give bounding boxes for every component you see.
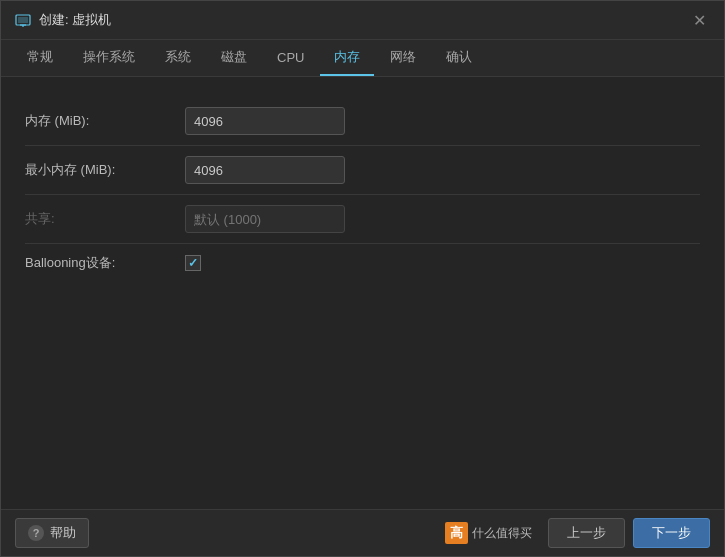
ballooning-checkbox[interactable]: [185, 255, 201, 271]
tab-os[interactable]: 操作系统: [69, 40, 149, 76]
tab-general[interactable]: 常规: [13, 40, 67, 76]
dialog: 创建: 虚拟机 ✕ 常规 操作系统 系统 磁盘 CPU 内存 网络 确认 内存 …: [0, 0, 725, 557]
min-memory-label: 最小内存 (MiB):: [25, 161, 185, 179]
min-memory-input[interactable]: [186, 163, 345, 178]
back-button[interactable]: 上一步: [548, 518, 625, 548]
tab-confirm[interactable]: 确认: [432, 40, 486, 76]
tab-memory[interactable]: 内存: [320, 40, 374, 76]
footer: ? 帮助 高 什么值得买 上一步 下一步: [1, 509, 724, 556]
min-memory-spinbox[interactable]: ▲ ▼: [185, 156, 345, 184]
shared-row: 共享: ▲ ▼ 默认 (1000): [25, 195, 700, 244]
ballooning-row: Ballooning设备:: [25, 244, 700, 282]
form-content: 内存 (MiB): ▲ ▼ 最小内存 (MiB): ▲ ▼ 共享:: [1, 77, 724, 509]
tab-bar: 常规 操作系统 系统 磁盘 CPU 内存 网络 确认: [1, 40, 724, 77]
memory-input[interactable]: [186, 114, 345, 129]
help-button[interactable]: ? 帮助: [15, 518, 89, 548]
watermark-area: 高 什么值得买: [445, 522, 532, 544]
shared-spinbox[interactable]: ▲ ▼: [185, 205, 345, 233]
help-icon: ?: [28, 525, 44, 541]
memory-spinbox[interactable]: ▲ ▼: [185, 107, 345, 135]
svg-rect-1: [18, 17, 28, 23]
memory-label: 内存 (MiB):: [25, 112, 185, 130]
watermark-text: 什么值得买: [472, 525, 532, 542]
min-memory-row: 最小内存 (MiB): ▲ ▼: [25, 146, 700, 195]
close-button[interactable]: ✕: [688, 9, 710, 31]
tab-cpu[interactable]: CPU: [263, 42, 318, 75]
dialog-title: 创建: 虚拟机: [39, 11, 111, 29]
shared-input: [186, 212, 345, 227]
footer-left: ? 帮助: [15, 518, 89, 548]
footer-right: 高 什么值得买 上一步 下一步: [445, 518, 710, 548]
title-bar: 创建: 虚拟机 ✕: [1, 1, 724, 40]
help-label: 帮助: [50, 524, 76, 542]
tab-network[interactable]: 网络: [376, 40, 430, 76]
tab-system[interactable]: 系统: [151, 40, 205, 76]
memory-row: 内存 (MiB): ▲ ▼: [25, 97, 700, 146]
next-button[interactable]: 下一步: [633, 518, 710, 548]
ballooning-checkbox-container[interactable]: [185, 255, 201, 271]
title-bar-left: 创建: 虚拟机: [15, 11, 111, 29]
ballooning-label: Ballooning设备:: [25, 254, 185, 272]
shared-label: 共享:: [25, 210, 185, 228]
vm-icon: [15, 12, 31, 28]
watermark-badge: 高: [445, 522, 468, 544]
tab-disk[interactable]: 磁盘: [207, 40, 261, 76]
